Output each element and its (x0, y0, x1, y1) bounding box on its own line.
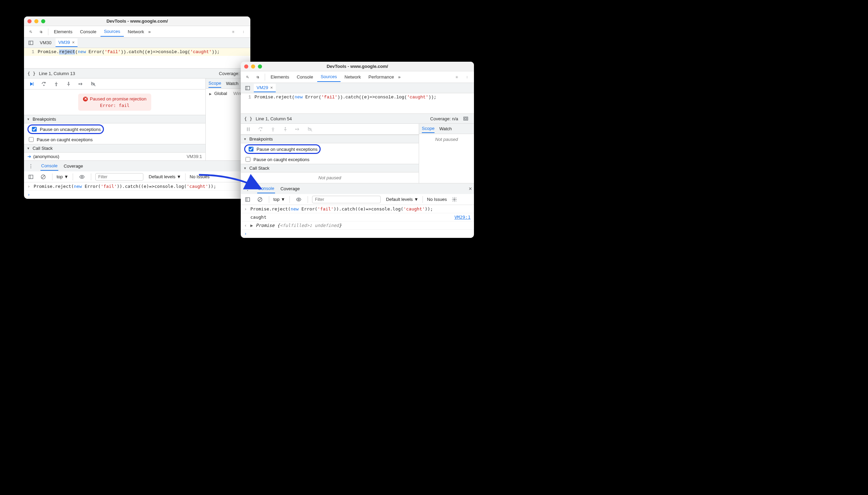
gear-icon[interactable] (452, 72, 462, 82)
tab-network[interactable]: Network (124, 27, 148, 36)
coverage-toggle-icon[interactable] (461, 114, 471, 123)
tab-sources[interactable]: Sources (317, 72, 341, 82)
callstack-header[interactable]: Call Stack (24, 144, 205, 153)
callstack-frame-loc: VM39:1 (187, 154, 202, 159)
tab-elements[interactable]: Elements (267, 72, 293, 82)
gear-icon[interactable] (228, 27, 238, 37)
pause-caught-checkbox[interactable] (29, 137, 34, 142)
callstack-header[interactable]: Call Stack (241, 164, 419, 172)
kebab-icon[interactable] (26, 161, 36, 171)
kebab-icon[interactable] (239, 27, 248, 37)
watch-tab[interactable]: Watch (226, 80, 238, 87)
pause-caught-row[interactable]: Pause on caught exceptions (24, 135, 205, 144)
pause-icon[interactable] (243, 124, 253, 134)
tabs-overflow[interactable]: » (398, 74, 401, 80)
clear-console-icon[interactable] (38, 172, 48, 182)
tab-elements[interactable]: Elements (50, 27, 76, 36)
drawer-tab-console[interactable]: Console (257, 184, 275, 193)
file-tabbar: VM30 VM39× (24, 38, 250, 48)
pause-reason-badge: ✕Paused on promise rejection Error: fail (78, 94, 151, 111)
inspect-icon[interactable] (243, 72, 252, 82)
file-tab-label: VM30 (40, 40, 51, 45)
maximize-icon[interactable] (41, 19, 45, 23)
file-tab-vm39[interactable]: VM39× (56, 38, 78, 47)
console-return-value[interactable]: ▶ Promise {<fulfilled>: undefined} (250, 223, 342, 228)
kebab-icon[interactable] (243, 184, 252, 194)
scope-tab[interactable]: Scope (422, 124, 435, 133)
close-icon[interactable] (27, 19, 32, 23)
console-settings-icon[interactable] (450, 195, 459, 204)
pause-caught-row[interactable]: Pause on caught exceptions (241, 155, 419, 164)
kebab-icon[interactable] (462, 72, 472, 82)
tab-performance[interactable]: Performance (365, 72, 397, 82)
console-sidebar-toggle-icon[interactable] (26, 172, 36, 182)
step-icon[interactable] (76, 79, 86, 89)
drawer-tab-coverage[interactable]: Coverage (63, 162, 84, 170)
deactivate-breakpoints-icon[interactable] (305, 124, 315, 134)
clear-console-icon[interactable] (255, 195, 265, 204)
inspect-icon[interactable] (26, 27, 36, 37)
context-selector[interactable]: top ▼ (273, 197, 285, 202)
format-icon[interactable]: { } (244, 116, 252, 121)
console-sidebar-toggle-icon[interactable] (243, 195, 252, 204)
live-expression-icon[interactable] (77, 172, 87, 182)
filter-input[interactable] (312, 196, 381, 203)
resume-icon[interactable] (27, 79, 36, 89)
console-source-link[interactable]: VM29:1 (454, 215, 471, 220)
close-tab-icon[interactable]: × (72, 40, 75, 45)
step-into-icon[interactable] (268, 124, 278, 134)
svg-rect-7 (29, 41, 33, 45)
tab-sources[interactable]: Sources (100, 27, 124, 37)
minimize-icon[interactable] (34, 19, 38, 23)
callstack-frame[interactable]: ➔ (anonymous) VM39:1 (24, 153, 205, 160)
console-output[interactable]: › Promise.reject(new Error('fail')).catc… (24, 182, 250, 199)
drawer-tab-console[interactable]: Console (40, 161, 58, 171)
file-tab-vm29[interactable]: VM29× (254, 84, 276, 92)
device-toggle-icon[interactable] (253, 72, 263, 82)
filter-input[interactable] (95, 173, 143, 181)
log-levels-selector[interactable]: Default levels ▼ (386, 197, 419, 202)
pause-uncaught-row[interactable]: Pause on uncaught exceptions (241, 143, 419, 155)
pause-caught-checkbox[interactable] (246, 157, 250, 162)
breakpoints-header[interactable]: Breakpoints (24, 115, 205, 123)
file-tab-vm30[interactable]: VM30 (37, 39, 54, 47)
svg-rect-1 (40, 31, 41, 33)
maximize-icon[interactable] (258, 64, 262, 69)
navigator-toggle-icon[interactable] (26, 38, 36, 48)
pause-uncaught-checkbox[interactable] (249, 147, 253, 152)
step-over-icon[interactable] (256, 124, 265, 134)
tabs-overflow[interactable]: » (148, 29, 151, 34)
issues-button[interactable]: No Issues (190, 174, 210, 179)
minimize-icon[interactable] (251, 64, 255, 69)
tab-network[interactable]: Network (341, 72, 365, 82)
navigator-toggle-icon[interactable] (243, 83, 252, 93)
step-over-icon[interactable] (39, 79, 49, 89)
step-out-icon[interactable] (64, 79, 73, 89)
source-editor[interactable]: 1 Promise.reject(new Error('fail')).catc… (241, 93, 474, 101)
pause-uncaught-checkbox[interactable] (32, 127, 37, 132)
format-icon[interactable]: { } (27, 71, 35, 76)
watch-tab[interactable]: Watch (439, 125, 452, 133)
close-icon[interactable] (244, 64, 248, 69)
context-selector[interactable]: top ▼ (57, 174, 69, 179)
breakpoints-header[interactable]: Breakpoints (241, 135, 419, 143)
titlebar[interactable]: DevTools - www.google.com/ (241, 62, 474, 71)
live-expression-icon[interactable] (294, 195, 304, 204)
log-levels-selector[interactable]: Default levels ▼ (149, 174, 181, 179)
step-out-icon[interactable] (281, 124, 290, 134)
drawer-tab-coverage[interactable]: Coverage (280, 184, 300, 193)
issues-button[interactable]: No Issues (427, 197, 447, 202)
device-toggle-icon[interactable] (36, 27, 46, 37)
scope-tab[interactable]: Scope (209, 79, 221, 88)
close-drawer-icon[interactable]: × (469, 186, 472, 192)
console-output[interactable]: › Promise.reject(new Error('fail')).catc… (241, 205, 474, 238)
tab-console[interactable]: Console (293, 72, 317, 82)
close-tab-icon[interactable]: × (270, 85, 273, 90)
source-editor[interactable]: 1 Promise.reject(new Error('fail')).catc… (24, 48, 250, 56)
pause-uncaught-row[interactable]: Pause on uncaught exceptions (24, 123, 205, 135)
deactivate-breakpoints-icon[interactable] (88, 79, 98, 89)
step-icon[interactable] (293, 124, 302, 134)
step-into-icon[interactable] (51, 79, 61, 89)
tab-console[interactable]: Console (76, 27, 100, 36)
titlebar[interactable]: DevTools - www.google.com/ (24, 16, 250, 26)
